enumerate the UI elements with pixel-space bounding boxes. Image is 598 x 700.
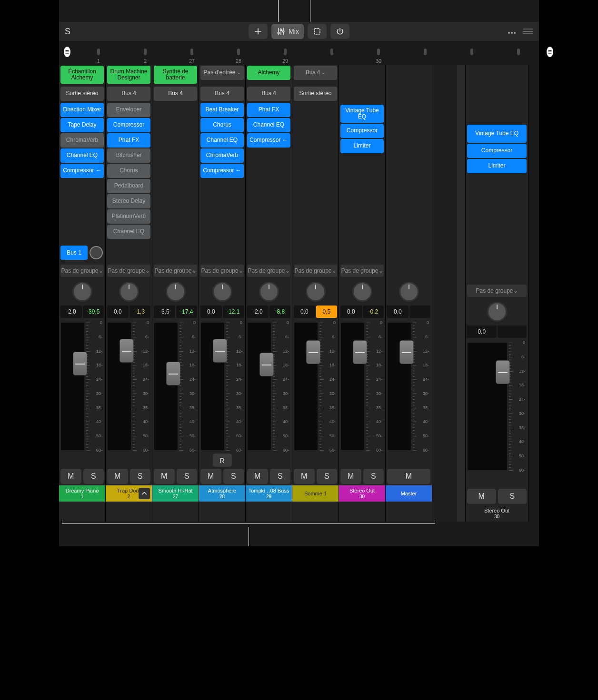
- plugin-slot[interactable]: Synthé de batterie: [154, 66, 197, 84]
- group-selector[interactable]: Pas de groupe⌄: [467, 285, 527, 297]
- track-name[interactable]: Master: [386, 485, 432, 502]
- plugin-slot[interactable]: Stereo Delay: [107, 194, 150, 208]
- solo-button[interactable]: S: [498, 489, 527, 504]
- overview-track[interactable]: [495, 41, 542, 65]
- mix-view-button[interactable]: Mix: [271, 24, 304, 39]
- overview-track[interactable]: [402, 41, 448, 65]
- mute-button[interactable]: M: [247, 469, 268, 484]
- overview-track[interactable]: 2: [122, 41, 169, 65]
- mute-button[interactable]: M: [467, 489, 496, 504]
- overview-menu-button[interactable]: [64, 47, 70, 57]
- pan-knob[interactable]: [119, 282, 139, 302]
- record-button[interactable]: R: [213, 454, 232, 467]
- overview-track[interactable]: 27: [169, 41, 215, 65]
- fader-cap[interactable]: [259, 353, 274, 376]
- plugin-slot[interactable]: Alchemy: [247, 66, 290, 80]
- track-name[interactable]: Stereo Out30: [466, 505, 528, 522]
- send-knob[interactable]: [90, 246, 103, 259]
- power-button[interactable]: [330, 24, 349, 39]
- plugin-slot[interactable]: PlatinumVerb: [107, 209, 150, 224]
- plugin-slot[interactable]: Phat FX: [107, 133, 150, 148]
- fader-cap[interactable]: [73, 352, 87, 375]
- plugin-slot[interactable]: Channel EQ: [60, 148, 104, 163]
- track-name[interactable]: Dreamy Piano1: [59, 485, 105, 502]
- fader-cap[interactable]: [213, 339, 227, 363]
- pan-knob[interactable]: [306, 282, 326, 302]
- pan-knob[interactable]: [487, 302, 507, 322]
- plugin-slot[interactable]: Compressor: [107, 118, 150, 132]
- plugin-slot[interactable]: Vintage Tube EQ: [467, 125, 527, 143]
- plugin-slot[interactable]: ChromaVerb: [200, 148, 244, 163]
- overview-track[interactable]: [448, 41, 495, 65]
- plugin-slot[interactable]: Bus 4⌄: [294, 66, 337, 80]
- plugin-slot[interactable]: Limiter: [467, 159, 527, 173]
- selection-button[interactable]: [308, 24, 327, 39]
- plugin-slot[interactable]: Échantillon Alchemy: [60, 66, 104, 84]
- mute-button[interactable]: M: [60, 469, 81, 484]
- add-button[interactable]: [249, 24, 268, 39]
- send-slot[interactable]: Bus 1: [60, 246, 88, 260]
- plugin-slot[interactable]: Beat Breaker: [200, 103, 244, 117]
- plugin-slot[interactable]: Channel EQ: [107, 225, 150, 239]
- plugin-slot[interactable]: Bus 4: [247, 87, 290, 101]
- track-name[interactable]: Somme 1: [292, 485, 339, 502]
- overview-track[interactable]: 1: [75, 41, 122, 65]
- solo-button[interactable]: S: [270, 469, 291, 484]
- solo-button[interactable]: S: [223, 469, 244, 484]
- plugin-slot[interactable]: Phat FX: [247, 103, 290, 117]
- overview-track[interactable]: 29: [262, 41, 309, 65]
- mute-button[interactable]: M: [294, 469, 315, 484]
- overview-menu-right-button[interactable]: [547, 47, 553, 57]
- plugin-slot[interactable]: Vintage Tube EQ: [340, 105, 384, 123]
- plugin-slot[interactable]: Sortie stéréo: [60, 87, 104, 101]
- plugin-slot[interactable]: Compressor ←: [60, 164, 104, 178]
- track-name[interactable]: Tompki…08 Bass29: [246, 485, 292, 502]
- plugin-slot[interactable]: Compressor ←: [200, 164, 244, 178]
- group-selector[interactable]: Pas de groupe⌄: [107, 265, 150, 277]
- plugin-slot[interactable]: ChromaVerb: [60, 133, 104, 148]
- group-selector[interactable]: Pas de groupe⌄: [200, 265, 244, 277]
- plugin-slot[interactable]: Tape Delay: [60, 118, 104, 132]
- solo-button[interactable]: S: [317, 469, 338, 484]
- track-name[interactable]: Stereo Out30: [339, 485, 385, 502]
- track-name[interactable]: Smooth Hi-Hat27: [152, 485, 199, 502]
- fader-cap[interactable]: [120, 339, 134, 363]
- group-selector[interactable]: Pas de groupe⌄: [154, 265, 197, 277]
- mute-button[interactable]: M: [340, 469, 361, 484]
- plugin-slot[interactable]: Direction Mixer: [60, 103, 104, 117]
- drag-handle[interactable]: [523, 29, 533, 34]
- plugin-slot[interactable]: Chorus: [200, 118, 244, 132]
- overview-track[interactable]: 28: [215, 41, 262, 65]
- track-name[interactable]: Atmosphere28: [199, 485, 245, 502]
- solo-indicator[interactable]: S: [65, 27, 77, 37]
- plugin-slot[interactable]: Limiter: [340, 139, 384, 153]
- overview-track[interactable]: 30: [355, 41, 402, 65]
- overview-track[interactable]: [309, 41, 355, 65]
- plugin-slot[interactable]: Bitcrusher: [107, 148, 150, 163]
- solo-button[interactable]: S: [177, 469, 198, 484]
- expand-button[interactable]: [139, 488, 150, 499]
- solo-button[interactable]: S: [363, 469, 384, 484]
- pan-knob[interactable]: [399, 282, 419, 302]
- solo-button[interactable]: S: [130, 469, 151, 484]
- fader-cap[interactable]: [166, 362, 180, 385]
- plugin-slot[interactable]: Compressor ←: [247, 133, 290, 148]
- group-selector[interactable]: Pas de groupe⌄: [60, 265, 104, 277]
- fader-cap[interactable]: [353, 340, 367, 364]
- plugin-slot[interactable]: Channel EQ: [200, 133, 244, 148]
- more-button[interactable]: [508, 27, 516, 36]
- pan-knob[interactable]: [352, 282, 372, 302]
- plugin-slot[interactable]: Drum Machine Designer: [107, 66, 150, 84]
- mute-button[interactable]: M: [200, 469, 221, 484]
- plugin-slot[interactable]: Sortie stéréo: [294, 87, 337, 101]
- mute-button[interactable]: M: [154, 469, 175, 484]
- mute-button[interactable]: M: [107, 469, 128, 484]
- fader-cap[interactable]: [306, 340, 320, 364]
- plugin-slot[interactable]: Chorus: [107, 164, 150, 178]
- group-selector[interactable]: Pas de groupe⌄: [294, 265, 337, 277]
- fader-cap[interactable]: [496, 360, 510, 384]
- plugin-slot[interactable]: Bus 4: [154, 87, 197, 101]
- mute-button[interactable]: M: [387, 469, 430, 484]
- plugin-slot[interactable]: Bus 4: [200, 87, 244, 101]
- solo-button[interactable]: S: [83, 469, 104, 484]
